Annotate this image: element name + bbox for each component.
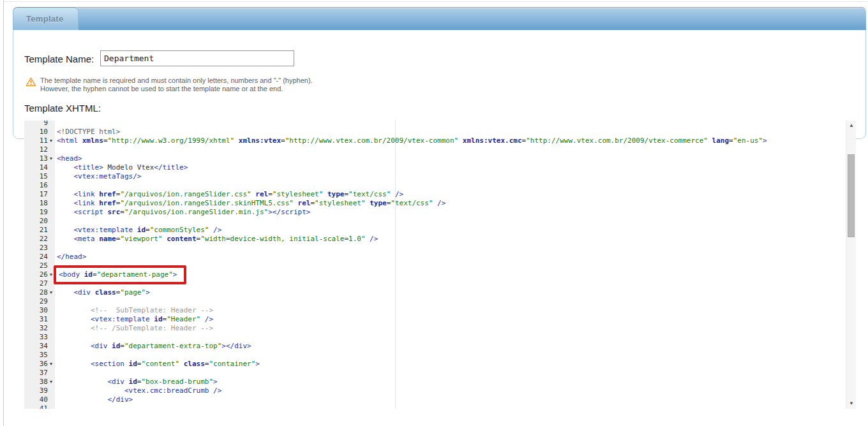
page-left-divider xyxy=(3,0,4,426)
highlight-red-box: <body id="departament-page"> xyxy=(54,265,186,284)
line-number: 21 xyxy=(24,226,55,235)
code-line: 23 xyxy=(24,244,846,253)
line-number: 37 xyxy=(24,369,55,378)
code-line: 14 <title> Modelo Vtex</title> xyxy=(24,163,846,172)
line-number: 34 xyxy=(24,342,55,351)
code-line: 26▾<body id="departament-page"> xyxy=(24,270,846,279)
code-line: 20 xyxy=(24,217,846,226)
line-number: 19 xyxy=(24,208,55,217)
tab-template[interactable]: Template xyxy=(13,8,79,31)
code-line: 37 xyxy=(24,369,846,378)
line-number: 12 xyxy=(24,145,55,154)
tab-strip: Template xyxy=(13,7,866,30)
line-number: 11▾ xyxy=(24,136,55,145)
template-xhtml-label: Template XHTML: xyxy=(24,103,101,114)
fold-arrow-icon[interactable]: ▾ xyxy=(48,136,54,145)
scrollbar-down-icon[interactable]: ▼ xyxy=(846,399,856,409)
line-number: 15 xyxy=(24,172,55,181)
warning-icon xyxy=(26,77,36,93)
code-line: 38▾ <div id="box-bread-brumb"> xyxy=(24,378,846,386)
line-number: 25 xyxy=(24,261,55,270)
line-number: 30 xyxy=(24,306,55,315)
line-number: 33 xyxy=(24,333,55,342)
code-line: 33 xyxy=(24,333,846,342)
warning-text-line2: However, the hyphen cannot be used to st… xyxy=(40,85,313,93)
line-number: 31 xyxy=(24,315,55,324)
code-line: 10<!DOCTYPE html> xyxy=(24,128,846,136)
code-line: 21 <vtex:template id="commonStyles" /> xyxy=(24,226,846,235)
code-line: 36▾ <section id="content" class="contain… xyxy=(24,360,846,369)
line-number: 18 xyxy=(24,199,55,208)
code-line: 15 <vtex:metaTags/> xyxy=(24,172,846,181)
line-number: 28▾ xyxy=(24,288,55,297)
code-line: 12 xyxy=(24,145,846,154)
line-number: 17 xyxy=(24,190,55,199)
code-line: 18 <link href="/arquivos/ion.rangeSlider… xyxy=(24,199,846,208)
line-number: 24 xyxy=(24,253,55,261)
code-line: 13▾<head> xyxy=(24,154,846,163)
code-line: 31 <vtex:template id="Header" /> xyxy=(24,315,846,324)
code-line: 19 <script src="/arquivos/ion.rangeSlide… xyxy=(24,208,846,217)
line-number: 39 xyxy=(24,386,55,395)
xhtml-code-editor[interactable]: 910<!DOCTYPE html>11▾<html xmlns="http:/… xyxy=(24,121,856,409)
template-name-warning: The template name is required and must c… xyxy=(26,77,313,93)
template-name-label: Template Name: xyxy=(24,54,94,64)
code-rows: 910<!DOCTYPE html>11▾<html xmlns="http:/… xyxy=(24,121,846,409)
fold-arrow-icon[interactable]: ▾ xyxy=(48,360,54,369)
code-line: 24</head> xyxy=(24,253,846,261)
line-number: 9 xyxy=(24,121,55,128)
code-line: 40 </div> xyxy=(24,395,846,404)
code-line: 11▾<html xmlns="http://www.w3.org/1999/x… xyxy=(24,136,846,145)
code-line: 28▾ <div class="page"> xyxy=(24,288,846,297)
line-number: 27 xyxy=(24,279,55,288)
line-number: 38▾ xyxy=(24,378,55,386)
code-line: 34 <div id="departament-extra-top"></div… xyxy=(24,342,846,351)
line-number: 23 xyxy=(24,244,55,253)
line-number: 16 xyxy=(24,181,55,190)
code-line: 32 <!-- /SubTemplate: Header --> xyxy=(24,324,846,333)
line-number: 14 xyxy=(24,163,55,172)
template-name-input[interactable] xyxy=(100,50,294,66)
line-number: 13▾ xyxy=(24,154,55,163)
code-line: 30 <!-- SubTemplate: Header --> xyxy=(24,306,846,315)
line-number: 35 xyxy=(24,351,55,360)
line-number: 32 xyxy=(24,324,55,333)
tab-template-label: Template xyxy=(13,8,78,24)
scrollbar-up-icon[interactable]: ▲ xyxy=(846,121,856,131)
line-number: 22 xyxy=(24,235,55,244)
code-line: 35 xyxy=(24,351,846,360)
line-number: 10 xyxy=(24,128,55,136)
fold-arrow-icon[interactable]: ▾ xyxy=(48,288,54,297)
template-editor-page: Template Template Name: The template nam… xyxy=(0,0,868,426)
line-number: 26▾ xyxy=(24,270,55,279)
fold-arrow-icon[interactable]: ▾ xyxy=(48,154,54,163)
fold-arrow-icon[interactable]: ▾ xyxy=(48,378,54,386)
page-top-divider xyxy=(4,1,868,2)
editor-vertical-scrollbar[interactable]: ▲ ▼ xyxy=(846,121,856,409)
line-number: 40 xyxy=(24,395,55,404)
code-line: 22 <meta name="viewport" content="width=… xyxy=(24,235,846,244)
line-number: 36▾ xyxy=(24,360,55,369)
line-number: 41 xyxy=(24,404,55,409)
line-number: 29 xyxy=(24,297,55,306)
code-line: 39 <vtex.cmc:breadCrumb /> xyxy=(24,386,846,395)
code-line: 17 <link href="/arquivos/ion.rangeSlider… xyxy=(24,190,846,199)
code-line: 29 xyxy=(24,297,846,306)
warning-text-line1: The template name is required and must c… xyxy=(40,77,313,85)
line-number: 20 xyxy=(24,217,55,226)
code-line: 41 xyxy=(24,404,846,409)
code-line: 16 xyxy=(24,181,846,190)
code-line: 9 xyxy=(24,121,846,128)
scrollbar-thumb[interactable] xyxy=(848,154,855,237)
